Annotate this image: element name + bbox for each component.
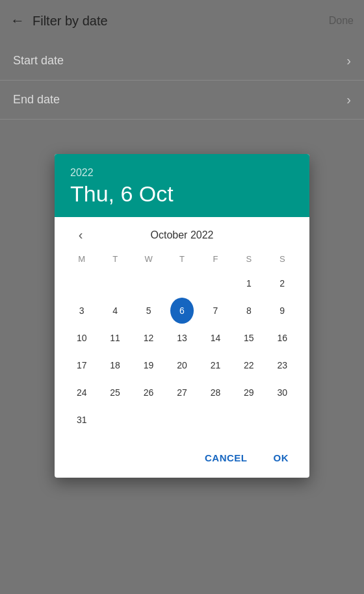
cancel-button[interactable]: CANCEL <box>194 446 258 470</box>
calendar-day[interactable]: 8 <box>237 298 261 324</box>
calendar-day <box>237 407 261 433</box>
day-header: W <box>132 250 165 268</box>
day-header: F <box>199 250 232 268</box>
calendar-day[interactable]: 20 <box>170 352 194 378</box>
date-options: Start date › End date › <box>0 42 364 120</box>
calendar-day[interactable]: 29 <box>237 380 261 406</box>
calendar-day[interactable]: 5 <box>137 298 161 324</box>
back-button[interactable]: ← <box>10 12 25 29</box>
calendar-day <box>170 270 194 296</box>
calendar-day <box>70 270 94 296</box>
calendar-year: 2022 <box>70 167 294 179</box>
day-header: M <box>65 250 98 268</box>
calendar-day[interactable]: 3 <box>70 298 94 324</box>
month-year-title: October 2022 <box>151 229 214 241</box>
calendar-day[interactable]: 28 <box>203 380 227 406</box>
calendar-day[interactable]: 12 <box>137 325 161 351</box>
calendar-day <box>103 407 127 433</box>
calendar-day <box>270 407 294 433</box>
calendar-day[interactable]: 11 <box>103 325 127 351</box>
page-title: Filter by date <box>32 14 108 29</box>
end-date-label: End date <box>13 93 60 107</box>
calendar-day[interactable]: 25 <box>103 380 127 406</box>
calendar-day[interactable]: 21 <box>203 352 227 378</box>
day-headers: MTWTFSS <box>65 250 299 268</box>
calendar-day <box>203 407 227 433</box>
start-date-label: Start date <box>13 54 64 68</box>
calendar-day[interactable]: 15 <box>237 325 261 351</box>
calendar-day[interactable]: 26 <box>137 380 161 406</box>
calendar-day[interactable]: 27 <box>170 380 194 406</box>
calendar-day <box>170 407 194 433</box>
calendar-day[interactable]: 17 <box>70 352 94 378</box>
calendar-grid: 1234567891011121314151617181920212223242… <box>65 270 299 433</box>
calendar-day <box>137 270 161 296</box>
calendar-day[interactable]: 4 <box>103 298 127 324</box>
top-bar: ← Filter by date Done <box>0 0 364 42</box>
day-header: T <box>98 250 131 268</box>
day-header: S <box>232 250 265 268</box>
calendar-header: 2022 Thu, 6 Oct <box>55 154 309 217</box>
calendar-day[interactable]: 9 <box>270 298 294 324</box>
day-header: S <box>266 250 299 268</box>
prev-month-button[interactable]: ‹ <box>70 227 91 242</box>
start-date-row[interactable]: Start date › <box>0 42 364 81</box>
calendar-actions: CANCEL OK <box>55 441 309 478</box>
calendar-day[interactable]: 1 <box>237 270 261 296</box>
calendar-day <box>103 270 127 296</box>
calendar-body: ‹ October 2022 MTWTFSS 12345678910111213… <box>55 217 309 441</box>
top-bar-left: ← Filter by date <box>10 12 108 29</box>
start-date-chevron-icon: › <box>346 53 351 68</box>
end-date-row[interactable]: End date › <box>0 81 364 120</box>
day-header: T <box>165 250 198 268</box>
calendar-day[interactable]: 23 <box>270 352 294 378</box>
calendar-day[interactable]: 7 <box>203 298 227 324</box>
calendar-day[interactable]: 13 <box>170 325 194 351</box>
calendar-day[interactable]: 6 <box>170 298 194 324</box>
calendar-day[interactable]: 2 <box>270 270 294 296</box>
calendar-day[interactable]: 24 <box>70 380 94 406</box>
calendar-day[interactable]: 16 <box>270 325 294 351</box>
calendar-day[interactable]: 18 <box>103 352 127 378</box>
done-button[interactable]: Done <box>329 15 354 27</box>
calendar-day[interactable]: 10 <box>70 325 94 351</box>
calendar-day[interactable]: 31 <box>70 407 94 433</box>
calendar-selected-date: Thu, 6 Oct <box>70 181 294 207</box>
end-date-chevron-icon: › <box>346 92 351 107</box>
calendar-day[interactable]: 14 <box>203 325 227 351</box>
calendar-day[interactable]: 22 <box>237 352 261 378</box>
calendar-day <box>137 407 161 433</box>
calendar-dialog: 2022 Thu, 6 Oct ‹ October 2022 MTWTFSS 1… <box>55 154 309 478</box>
calendar-day[interactable]: 19 <box>137 352 161 378</box>
month-nav: ‹ October 2022 <box>65 225 299 245</box>
calendar-day[interactable]: 30 <box>270 380 294 406</box>
ok-button[interactable]: OK <box>263 446 300 470</box>
calendar-day <box>203 270 227 296</box>
